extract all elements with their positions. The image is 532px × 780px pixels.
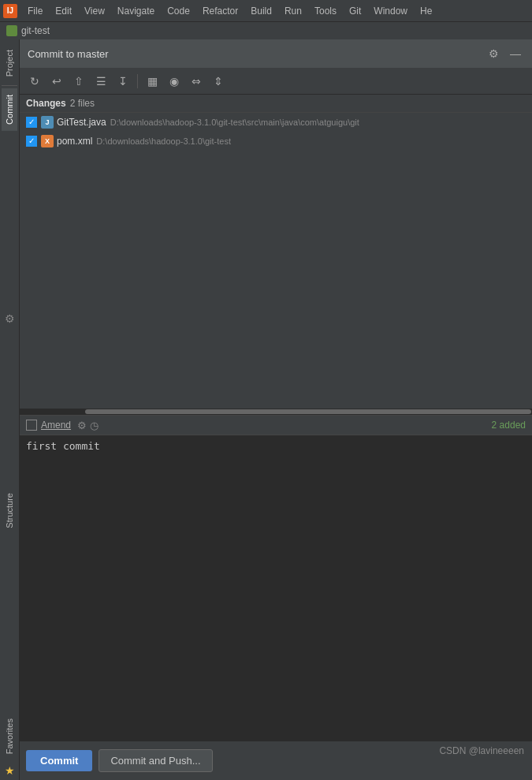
menu-git[interactable]: Git [344,4,366,18]
file-checkbox-gittest[interactable] [26,117,37,128]
amend-checkbox[interactable] [26,420,37,431]
commit-and-push-button[interactable]: Commit and Push... [99,749,212,772]
xml-file-icon: X [41,135,54,147]
changes-section: J GitTest.java D:\downloads\hadoop-3.1.0… [20,113,532,409]
commit-message-input[interactable]: first commit [26,440,526,736]
menu-build[interactable]: Build [245,4,277,18]
watermark: CSDN @lavineeeen [439,745,524,756]
settings-button[interactable]: ⚙ [485,46,502,62]
commit-title: Commit to master [28,48,109,60]
horizontal-scrollbar[interactable] [20,409,532,415]
view-options-button[interactable]: ◉ [164,71,184,91]
expand-button[interactable]: ⇔ [186,71,206,91]
sidebar-tab-favorites[interactable]: Favorites [2,712,17,760]
commit-message-area[interactable]: first commit [20,435,532,741]
file-name-pom: pom.xml [57,136,92,147]
file-checkbox-pom[interactable] [26,136,37,147]
add-vcs-button[interactable]: ⇧ [69,71,89,91]
menu-bar: IJ File Edit View Navigate Code Refactor… [0,0,532,22]
file-item-gittest[interactable]: J GitTest.java D:\downloads\hadoop-3.1.0… [20,113,532,132]
settings-gear-icon[interactable]: ⚙ [2,312,17,326]
diff-button[interactable]: ☰ [91,71,111,91]
project-icon [6,25,17,36]
sidebar-tab-commit[interactable]: Commit [2,88,17,131]
sidebar-tab-project[interactable]: Project [2,43,17,83]
left-sidebar: Project Commit ⚙ Structure Favorites ★ [0,39,20,780]
file-name-gittest: GitTest.java [57,117,106,128]
star-icon[interactable]: ★ [2,763,17,778]
scroll-thumb[interactable] [85,409,531,414]
title-bar: git-test [0,22,532,39]
group-button[interactable]: ▦ [142,71,162,91]
menu-view[interactable]: View [79,4,110,18]
minimize-button[interactable]: — [507,46,524,62]
file-path-pom: D:\downloads\hadoop-3.1.0\git-test [96,136,231,146]
amend-bar: Amend ⚙ ◷ 2 added [20,415,532,435]
project-name: git-test [21,25,50,36]
main-panel: Commit to master ⚙ — ↻ ↩ ⇧ ☰ ↧ ▦ ◉ ⇔ ⇕ C… [20,39,532,780]
changes-header: Changes 2 files [20,95,532,113]
collapse-button[interactable]: ⇕ [208,71,229,91]
settings-small-icon[interactable]: ⚙ [77,420,87,431]
file-path-gittest: D:\downloads\hadoop-3.1.0\git-test\src\m… [110,118,359,127]
amend-icons: ⚙ ◷ [77,420,99,431]
menu-navigate[interactable]: Navigate [112,4,160,18]
menu-file[interactable]: File [22,4,48,18]
menu-code[interactable]: Code [162,4,195,18]
toolbar: ↻ ↩ ⇧ ☰ ↧ ▦ ◉ ⇔ ⇕ [20,68,532,95]
menu-items: File Edit View Navigate Code Refactor Bu… [22,4,437,18]
rollback-button[interactable]: ↩ [47,71,67,91]
refresh-button[interactable]: ↻ [24,71,45,91]
commit-header: Commit to master ⚙ — [20,39,532,68]
sidebar-tab-structure[interactable]: Structure [2,487,17,535]
app-logo: IJ [3,4,17,18]
download-button[interactable]: ↧ [113,71,133,91]
amend-label: Amend [41,420,71,431]
commit-button[interactable]: Commit [26,750,92,771]
toolbar-separator-1 [137,74,138,88]
file-item-pom[interactable]: X pom.xml D:\downloads\hadoop-3.1.0\git-… [20,132,532,151]
menu-edit[interactable]: Edit [50,4,77,18]
menu-refactor[interactable]: Refactor [197,4,244,18]
menu-tools[interactable]: Tools [309,4,342,18]
header-actions: ⚙ — [485,46,524,62]
menu-window[interactable]: Window [368,4,413,18]
java-file-icon: J [41,116,54,129]
history-icon[interactable]: ◷ [90,420,99,431]
status-added: 2 added [492,420,526,431]
menu-run[interactable]: Run [279,4,307,18]
menu-help[interactable]: He [415,4,437,18]
changes-label: Changes [26,98,66,109]
changes-count: 2 files [70,98,95,109]
